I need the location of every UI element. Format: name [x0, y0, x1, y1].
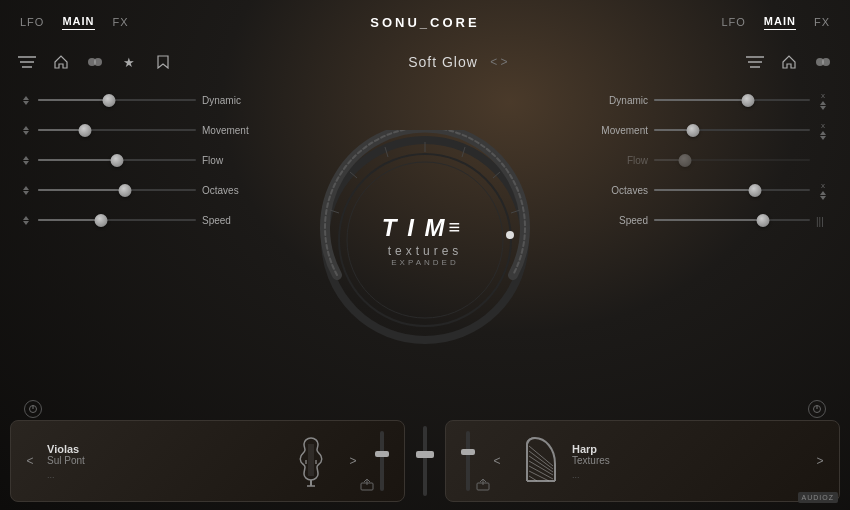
right-movement-slider[interactable] [654, 123, 810, 137]
right-octaves-row: Octaves x [590, 178, 830, 202]
right-speed-label: Speed [590, 215, 648, 226]
knob-label: T I M ≡ textures EXPANDED [382, 214, 468, 267]
right-instrument-card: < [445, 420, 840, 502]
flow-up-arrow[interactable] [23, 156, 29, 160]
right-fx-tab[interactable]: FX [814, 16, 830, 28]
left-home-icon[interactable] [50, 51, 72, 73]
left-dynamic-row: Dynamic [20, 88, 260, 112]
r-movement-down[interactable] [820, 136, 826, 140]
right-dynamic-slider[interactable] [654, 93, 810, 107]
right-next-button[interactable]: > [811, 452, 829, 470]
r-octaves-up[interactable] [820, 191, 826, 195]
movement-down-arrow[interactable] [23, 131, 29, 135]
left-dynamic-slider[interactable] [38, 93, 196, 107]
right-lfo-tab[interactable]: LFO [721, 16, 745, 28]
left-panel: Dynamic Movement [10, 84, 270, 396]
left-nav-group: LFO MAIN FX [20, 15, 129, 30]
r-octaves-down[interactable] [820, 196, 826, 200]
left-card-dots: ... [47, 470, 278, 480]
right-panel: Dynamic x Movement [580, 84, 840, 396]
left-card-info: Violas Sul Pont ... [47, 443, 278, 480]
left-instrument-name: Violas [47, 443, 278, 455]
logo-textures: textures [382, 244, 468, 258]
left-flow-slider[interactable] [38, 153, 196, 167]
speed-up-arrow[interactable] [23, 216, 29, 220]
left-export-icon[interactable] [360, 477, 374, 495]
center-fader-area [413, 420, 437, 502]
left-speed-arrows[interactable] [20, 216, 32, 225]
right-speed-row: Speed ||| [590, 208, 830, 232]
right-power-button[interactable] [808, 400, 826, 418]
left-next-button[interactable]: > [344, 452, 362, 470]
left-fader-track[interactable] [380, 431, 384, 491]
logo-eq-icon: ≡ [448, 216, 468, 239]
r-movement-up[interactable] [820, 131, 826, 135]
app-container: LFO MAIN FX SONU_CORE LFO MAIN FX [0, 0, 850, 510]
flow-down-arrow[interactable] [23, 161, 29, 165]
right-main-tab[interactable]: MAIN [764, 15, 796, 30]
right-fader-track[interactable] [466, 431, 470, 491]
right-flow-row: Flow [590, 148, 830, 172]
right-export-icon[interactable] [476, 477, 490, 495]
toolbar-center: Soft Glow < > [408, 51, 510, 73]
toolbar-right [744, 51, 834, 73]
left-flow-row: Flow [20, 148, 260, 172]
audioz-watermark: AUDIOZ [798, 493, 838, 502]
movement-up-arrow[interactable] [23, 126, 29, 130]
star-icon[interactable]: ★ [118, 51, 140, 73]
nav-arrows-icon[interactable]: < > [488, 51, 510, 73]
svg-point-9 [822, 58, 830, 66]
octaves-down-arrow[interactable] [23, 191, 29, 195]
left-dynamic-arrows[interactable] [20, 96, 32, 105]
right-speed-slider[interactable] [654, 213, 810, 227]
toolbar-left: ★ [16, 51, 174, 73]
right-flow-label: Flow [590, 155, 648, 166]
r-dynamic-down[interactable] [820, 106, 826, 110]
bottom-section: < Violas Sul Pont ... [0, 420, 850, 510]
left-movement-arrows[interactable] [20, 126, 32, 135]
right-layers-icon[interactable] [812, 51, 834, 73]
left-octaves-label: Octaves [202, 185, 260, 196]
brand-logo: SONU_CORE [370, 15, 479, 30]
dynamic-up-arrow[interactable] [23, 96, 29, 100]
right-dynamic-row: Dynamic x [590, 88, 830, 112]
left-flow-arrows[interactable] [20, 156, 32, 165]
right-menu-icon[interactable] [744, 51, 766, 73]
bookmark-icon[interactable] [152, 51, 174, 73]
preset-name: Soft Glow [408, 54, 478, 70]
left-octaves-arrows[interactable] [20, 186, 32, 195]
octaves-up-arrow[interactable] [23, 186, 29, 190]
left-flow-label: Flow [202, 155, 260, 166]
left-speed-row: Speed [20, 208, 260, 232]
center-fader-track[interactable] [423, 426, 427, 496]
logo-time-line: T I M ≡ [382, 214, 468, 242]
left-main-tab[interactable]: MAIN [62, 15, 94, 30]
right-fader-thumb[interactable] [461, 449, 475, 455]
svg-line-37 [529, 471, 549, 481]
main-knob[interactable]: T I M ≡ textures EXPANDED [315, 130, 535, 350]
svg-line-33 [529, 451, 553, 469]
left-fx-tab[interactable]: FX [113, 16, 129, 28]
r-dynamic-up[interactable] [820, 101, 826, 105]
dynamic-down-arrow[interactable] [23, 101, 29, 105]
svg-point-4 [94, 58, 102, 66]
left-movement-slider[interactable] [38, 123, 196, 137]
left-speed-label: Speed [202, 215, 260, 226]
left-power-button[interactable] [24, 400, 42, 418]
left-octaves-slider[interactable] [38, 183, 196, 197]
right-prev-button[interactable]: < [488, 452, 506, 470]
right-octaves-slider[interactable] [654, 183, 810, 197]
svg-point-13 [506, 231, 514, 239]
center-fader-thumb[interactable] [416, 451, 434, 458]
left-fader-thumb[interactable] [375, 451, 389, 457]
right-nav-group: LFO MAIN FX [721, 15, 830, 30]
left-speed-slider[interactable] [38, 213, 196, 227]
right-home-icon[interactable] [778, 51, 800, 73]
left-lfo-tab[interactable]: LFO [20, 16, 44, 28]
left-menu-icon[interactable] [16, 51, 38, 73]
left-prev-button[interactable]: < [21, 452, 39, 470]
left-movement-label: Movement [202, 125, 260, 136]
right-flow-slider [654, 153, 810, 167]
speed-down-arrow[interactable] [23, 221, 29, 225]
left-layers-icon[interactable] [84, 51, 106, 73]
